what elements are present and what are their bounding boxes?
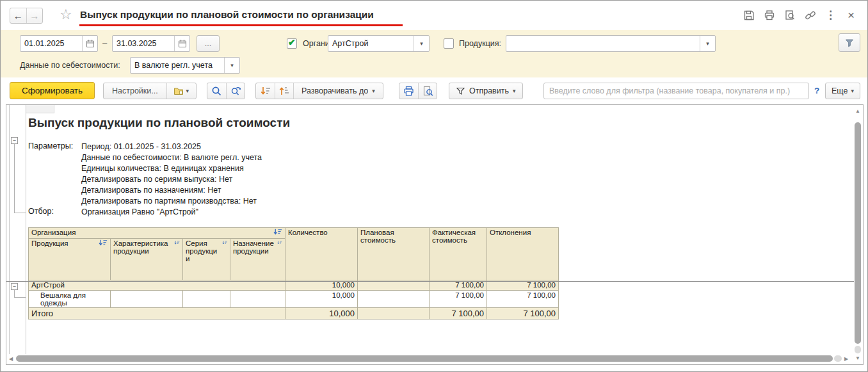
print-button[interactable] (399, 83, 418, 99)
send-group: Отправить▾ (449, 83, 523, 99)
print-preview-button[interactable] (418, 83, 437, 99)
cost-data-combo[interactable]: В валюте регл. учета ▾ (130, 57, 240, 74)
table-row-detail[interactable]: Вешалка для одежды 10,000 7 100,00 7 100… (29, 291, 559, 308)
sort-icon (222, 239, 227, 246)
collapse-row-icon[interactable]: − (11, 283, 18, 290)
sort-ascending-button[interactable] (275, 83, 293, 99)
column-header-product[interactable]: Продукция (29, 239, 111, 280)
forward-arrow-icon[interactable]: → (26, 8, 43, 23)
cell-actual-cost[interactable]: 7 100,00 (430, 308, 487, 319)
production-checkbox[interactable] (444, 38, 454, 49)
scroll-left-icon[interactable]: ◀ (9, 356, 13, 362)
cell-quantity[interactable]: 10,000 (285, 308, 358, 319)
send-funnel-icon (456, 86, 465, 95)
group-bracket (14, 144, 15, 213)
report-title: Выпуск продукции по плановой стоимости (28, 116, 290, 130)
horizontal-scrollbar[interactable]: ◀ ▶ (7, 354, 853, 363)
scroll-up-icon[interactable]: ▲ (855, 108, 860, 114)
filter-panel: 01.01.2025 – 31.03.2025 ... ✔ Организаци… (1, 30, 867, 77)
search-refresh-icon (230, 86, 241, 97)
collapse-group-icon[interactable]: − (11, 137, 18, 144)
back-arrow-icon[interactable]: ← (10, 8, 26, 23)
sort-icon (273, 229, 282, 235)
column-header-series[interactable]: Серия продукции (183, 239, 230, 280)
cell-quantity[interactable]: 10,000 (285, 291, 358, 308)
cell-series[interactable] (183, 291, 230, 308)
parameter-line: Период: 01.01.2025 - 31.03.2025 (81, 142, 262, 152)
table-row-total[interactable]: Итого 10,000 7 100,00 7 100,00 (29, 308, 559, 319)
calendar-icon[interactable] (174, 36, 189, 51)
cell-actual-cost[interactable]: 7 100,00 (430, 291, 487, 308)
organization-value: АртСтрой (332, 36, 368, 51)
cell-deviation[interactable]: 7 100,00 (487, 291, 559, 308)
sort-icon (174, 239, 180, 246)
chevron-down-icon[interactable]: ▾ (700, 36, 715, 51)
more-menu-icon[interactable]: ⋮ (824, 9, 837, 21)
save-icon[interactable] (743, 9, 755, 21)
filter-settings-button[interactable] (839, 33, 860, 52)
column-header-quantity[interactable]: Количество (285, 228, 358, 280)
row-name[interactable]: Вешалка для одежды (29, 291, 111, 308)
vertical-scroll-cap (855, 346, 861, 353)
vertical-scrollbar[interactable]: ▲ ▼ (853, 106, 862, 364)
search-next-button[interactable] (226, 83, 245, 99)
report-variants-button[interactable]: ▾ (166, 83, 196, 99)
horizontal-scroll-thumb[interactable] (16, 355, 833, 362)
settings-button[interactable]: Настройки... (104, 83, 166, 99)
sort-icon (99, 239, 108, 246)
settings-group: Настройки... ▾ (103, 83, 197, 99)
report-area: Выпуск продукции по плановой стоимости −… (6, 104, 864, 365)
quick-filter-input[interactable] (543, 83, 809, 99)
preview-icon[interactable] (784, 9, 796, 21)
production-label: Продукция: (459, 35, 501, 52)
folder-variant-icon (173, 86, 184, 95)
column-header-planned-cost[interactable]: Плановая стоимость (358, 228, 430, 280)
organization-combo[interactable]: АртСтрой ▾ (328, 35, 430, 52)
period-to-field[interactable]: 31.03.2025 (112, 35, 190, 52)
chevron-down-icon[interactable]: ▾ (414, 36, 429, 51)
period-options-button[interactable]: ... (197, 35, 220, 52)
cell-deviation[interactable]: 7 100,00 (487, 308, 559, 319)
column-header-actual-cost[interactable]: Фактическая стоимость (430, 228, 487, 280)
scroll-down-icon[interactable]: ▼ (855, 355, 860, 361)
group-level-line (9, 105, 10, 354)
column-header-organization[interactable]: Организация (29, 228, 285, 239)
calendar-icon[interactable] (82, 36, 97, 51)
cell-planned-cost[interactable] (358, 291, 430, 308)
cell-characteristic[interactable] (111, 291, 183, 308)
close-icon[interactable]: × (845, 9, 857, 21)
parameters-list: Период: 01.01.2025 - 31.03.2025 Данные п… (81, 142, 262, 207)
column-header-deviation[interactable]: Отклонения (487, 228, 559, 280)
vertical-scroll-thumb[interactable] (855, 122, 861, 344)
column-header-purpose[interactable]: Назначение продукции (230, 239, 285, 280)
row-name[interactable]: Итого (29, 308, 285, 319)
search-button[interactable] (207, 83, 226, 99)
nav-group: ← → (10, 8, 43, 24)
parameter-line: Детализировать по назначениям: Нет (81, 185, 262, 196)
search-group (207, 83, 245, 99)
printer-icon (403, 86, 414, 97)
period-from-field[interactable]: 01.01.2025 (20, 35, 98, 52)
favorite-star-icon[interactable]: ☆ (60, 6, 72, 23)
title-bar: ← → ☆ Выпуск продукции по плановой стоим… (1, 1, 867, 30)
send-button[interactable]: Отправить▾ (449, 83, 522, 99)
cell-planned-cost[interactable] (358, 308, 430, 319)
production-combo[interactable]: ▾ (506, 35, 716, 52)
sheet-corner (26, 105, 54, 113)
selection-value: Организация Равно "АртСтрой" (81, 207, 198, 218)
cell-purpose[interactable] (230, 291, 285, 308)
generate-button[interactable]: Сформировать (10, 82, 95, 99)
search-icon (211, 86, 222, 97)
help-link[interactable]: ? (814, 86, 819, 95)
link-icon[interactable] (804, 9, 816, 21)
organization-checkbox[interactable]: ✔ (287, 38, 297, 49)
expand-to-button[interactable]: Разворачивать до▾ (293, 83, 383, 99)
scroll-right-icon[interactable]: ▶ (844, 356, 848, 362)
sort-up-icon (279, 86, 289, 95)
chevron-down-icon[interactable]: ▾ (224, 58, 239, 73)
more-button[interactable]: Еще▾ (826, 83, 860, 99)
sort-descending-button[interactable] (256, 83, 275, 99)
print-icon[interactable] (763, 9, 775, 21)
title-underline (79, 24, 403, 26)
column-header-characteristic[interactable]: Характеристика продукции (111, 239, 183, 280)
